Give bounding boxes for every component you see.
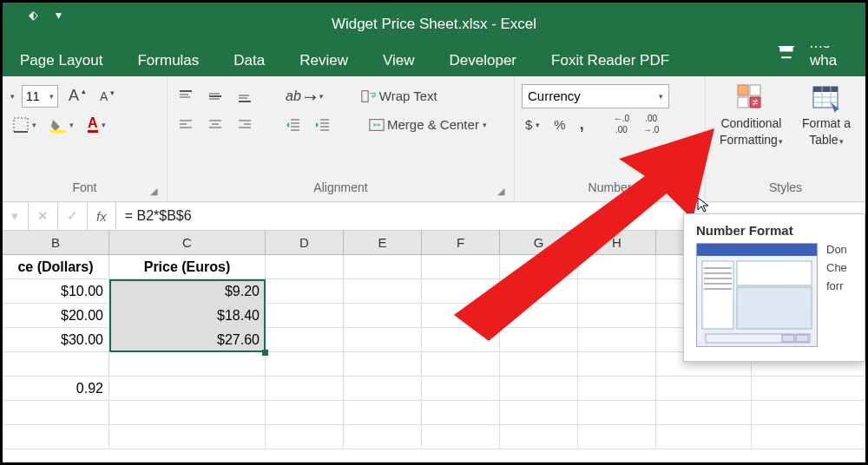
cell[interactable] xyxy=(266,328,344,351)
merge-center-button[interactable]: Merge & Center ▾ xyxy=(365,115,490,134)
align-left-icon[interactable] xyxy=(174,115,197,134)
name-box-dropdown[interactable]: ▾ xyxy=(3,202,29,230)
cell-c1[interactable]: Price (Euros) xyxy=(109,255,266,278)
cell[interactable] xyxy=(422,304,500,327)
align-bottom-icon[interactable] xyxy=(233,87,256,106)
cell[interactable] xyxy=(578,401,656,424)
cell[interactable] xyxy=(578,255,656,278)
cancel-icon[interactable]: ✕ xyxy=(29,202,58,230)
formula-value[interactable]: = B2*$B$6 xyxy=(116,208,201,224)
qat-item-2[interactable]: ▾ xyxy=(56,8,62,22)
comma-format-button[interactable]: , xyxy=(576,114,588,135)
align-top-icon[interactable] xyxy=(174,87,197,106)
cell[interactable] xyxy=(422,255,500,278)
cell-b4[interactable]: $30.00 xyxy=(3,328,109,351)
tab-foxit[interactable]: Foxit Reader PDF xyxy=(534,47,687,76)
wrap-text-button[interactable]: Wrap Text xyxy=(358,87,441,106)
cell[interactable] xyxy=(500,304,578,327)
tab-data[interactable]: Data xyxy=(216,47,282,76)
fill-color-icon[interactable]: ▾ xyxy=(47,115,77,134)
cell[interactable] xyxy=(500,352,578,376)
cell[interactable] xyxy=(656,377,752,400)
cell[interactable] xyxy=(422,279,500,303)
col-header-c[interactable]: C xyxy=(109,231,266,254)
cell[interactable] xyxy=(422,352,500,376)
cell[interactable] xyxy=(3,401,109,424)
cell[interactable] xyxy=(109,352,266,376)
fx-icon[interactable]: fx xyxy=(88,202,116,230)
increase-indent-icon[interactable] xyxy=(312,115,334,134)
cell[interactable] xyxy=(500,279,578,303)
cell[interactable] xyxy=(656,425,752,449)
cell[interactable] xyxy=(344,255,422,278)
tab-developer[interactable]: Developer xyxy=(432,47,535,76)
cell[interactable] xyxy=(344,279,422,303)
col-header-g[interactable]: G xyxy=(500,231,578,254)
increase-decimal-icon[interactable]: ←.0.00 xyxy=(610,113,633,136)
col-header-h[interactable]: H xyxy=(578,231,656,254)
cell[interactable] xyxy=(500,328,578,351)
fill-handle[interactable] xyxy=(262,350,268,356)
decrease-indent-icon[interactable] xyxy=(282,115,305,134)
enter-icon[interactable]: ✓ xyxy=(58,202,88,230)
align-center-icon[interactable] xyxy=(204,115,227,134)
cell[interactable] xyxy=(578,377,656,400)
cell-c3[interactable]: $18.40 xyxy=(109,304,266,327)
number-format-dropdown[interactable]: Currency ▾ xyxy=(522,84,669,108)
cell[interactable] xyxy=(266,377,344,400)
cell[interactable] xyxy=(422,328,500,351)
cell-b2[interactable]: $10.00 xyxy=(3,279,109,303)
cell[interactable] xyxy=(500,255,578,278)
cell[interactable] xyxy=(578,352,656,376)
cell-c4[interactable]: $27.60 xyxy=(109,328,266,351)
cell[interactable] xyxy=(344,352,422,376)
col-header-b[interactable]: B xyxy=(3,231,109,254)
cell[interactable] xyxy=(3,352,109,376)
cell[interactable] xyxy=(422,377,500,400)
align-right-icon[interactable] xyxy=(233,115,256,134)
alignment-dialog-launcher[interactable]: ◢ xyxy=(495,186,507,198)
percent-format-button[interactable]: % xyxy=(550,115,569,134)
tab-review[interactable]: Review xyxy=(282,47,365,76)
cell[interactable] xyxy=(344,328,422,351)
cell[interactable] xyxy=(266,401,344,424)
cell-b1[interactable]: ce (Dollars) xyxy=(3,255,109,278)
col-header-d[interactable]: D xyxy=(266,231,344,254)
cell[interactable] xyxy=(109,401,266,424)
cell[interactable] xyxy=(500,377,578,400)
cell[interactable] xyxy=(344,401,422,424)
cell[interactable] xyxy=(578,328,656,351)
cell[interactable] xyxy=(266,255,344,278)
cell[interactable] xyxy=(422,401,500,424)
cell[interactable] xyxy=(266,279,344,303)
tab-view[interactable]: View xyxy=(365,47,432,76)
increase-font-icon[interactable]: A▴ xyxy=(65,85,89,107)
cell[interactable] xyxy=(656,401,752,424)
cell[interactable] xyxy=(578,304,656,327)
font-name-dropdown[interactable]: ▾ xyxy=(10,92,15,101)
cell[interactable] xyxy=(344,425,422,449)
font-dialog-launcher[interactable]: ◢ xyxy=(148,186,160,198)
col-header-f[interactable]: F xyxy=(422,231,500,254)
font-color-icon[interactable]: A ▾ xyxy=(84,115,109,134)
col-header-e[interactable]: E xyxy=(344,231,422,254)
cell[interactable] xyxy=(266,304,344,327)
borders-icon[interactable]: ▾ xyxy=(10,115,40,134)
orientation-icon[interactable]: ab↗▾ xyxy=(282,86,326,106)
font-size-input[interactable]: 11▾ xyxy=(22,85,58,108)
cell[interactable] xyxy=(344,377,422,400)
conditional-formatting-button[interactable]: ≠ Conditional Formatting▾ xyxy=(713,82,790,149)
tab-page-layout[interactable]: Page Layout xyxy=(3,47,120,76)
accounting-format-button[interactable]: $▾ xyxy=(522,115,543,134)
qat-item-1[interactable]: ⬖ xyxy=(29,8,38,22)
number-dialog-launcher[interactable]: ◢ xyxy=(686,186,698,198)
cell[interactable] xyxy=(266,352,344,376)
cell[interactable] xyxy=(109,425,266,449)
cell[interactable] xyxy=(578,425,656,449)
cell-b3[interactable]: $20.00 xyxy=(3,304,109,327)
cell[interactable] xyxy=(266,425,344,449)
decrease-font-icon[interactable]: A▾ xyxy=(96,88,118,105)
cell-c2[interactable]: $9.20 xyxy=(109,279,266,303)
cell-b6[interactable]: 0.92 xyxy=(3,377,109,400)
cell[interactable] xyxy=(344,304,422,327)
